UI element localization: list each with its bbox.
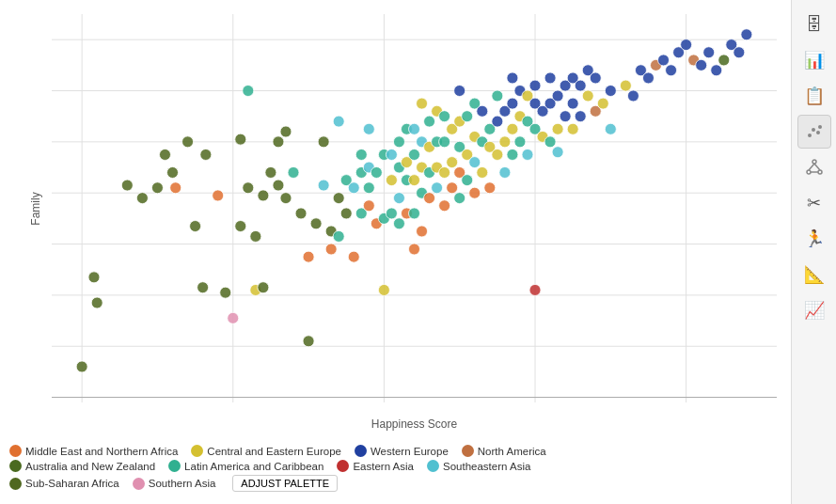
svg-point-68: [340, 208, 352, 219]
svg-point-48: [250, 230, 261, 242]
scissors-button[interactable]: ✂: [797, 186, 831, 220]
svg-point-163: [552, 147, 563, 158]
svg-point-104: [417, 98, 428, 109]
svg-point-180: [620, 80, 631, 91]
svg-point-185: [658, 55, 670, 66]
legend-item: Australia and New Zealand: [9, 460, 155, 472]
svg-point-177: [597, 98, 608, 109]
legend-item: Southeastern Asia: [427, 460, 530, 472]
svg-point-113: [439, 200, 450, 212]
svg-point-76: [363, 182, 374, 194]
svg-point-32: [151, 182, 163, 194]
svg-point-124: [454, 86, 465, 97]
svg-point-160: [544, 136, 556, 148]
svg-point-42: [228, 312, 239, 323]
svg-point-186: [666, 65, 677, 76]
legend-label: Australia and New Zealand: [25, 461, 155, 472]
svg-point-191: [703, 47, 715, 58]
legend-label: Eastern Asia: [353, 461, 414, 472]
legend-dot: [9, 478, 22, 490]
network-icon: [805, 158, 824, 177]
svg-point-39: [200, 149, 212, 160]
svg-point-46: [243, 86, 254, 97]
svg-line-204: [809, 164, 814, 170]
svg-point-127: [462, 111, 473, 122]
legend-dot: [133, 478, 145, 490]
svg-point-132: [477, 166, 488, 178]
legend-area: Middle East and Northern AfricaCentral a…: [9, 440, 781, 495]
svg-point-129: [469, 157, 481, 168]
legend-dot: [355, 445, 367, 457]
svg-point-58: [303, 336, 314, 347]
svg-point-57: [295, 208, 307, 219]
measure-button[interactable]: 📐: [797, 258, 831, 291]
svg-point-109: [432, 182, 443, 194]
svg-point-147: [507, 72, 518, 84]
database-button[interactable]: 🗄: [797, 8, 831, 41]
svg-point-178: [605, 123, 616, 134]
svg-point-154: [529, 284, 541, 295]
svg-point-38: [197, 282, 209, 293]
svg-point-125: [462, 175, 473, 186]
svg-point-115: [439, 136, 450, 148]
svg-point-202: [807, 170, 811, 174]
svg-point-108: [424, 116, 435, 127]
table-button[interactable]: 📋: [797, 79, 831, 113]
svg-point-200: [818, 125, 822, 129]
svg-point-144: [507, 149, 518, 160]
svg-point-134: [477, 105, 488, 117]
legend-item: North America: [462, 445, 546, 457]
scatter-button[interactable]: [797, 115, 831, 149]
svg-point-140: [492, 90, 503, 102]
svg-point-146: [507, 98, 518, 109]
svg-point-90: [393, 136, 404, 148]
svg-point-199: [816, 131, 820, 134]
y-axis-label: Family: [29, 192, 42, 225]
network-button[interactable]: [797, 150, 831, 184]
legend-row-2: Sub-Saharan AfricaSouthern AsiaADJUST PA…: [9, 475, 781, 492]
svg-point-81: [378, 284, 389, 295]
svg-point-176: [590, 72, 601, 84]
line-chart-button[interactable]: 📈: [797, 293, 831, 327]
svg-point-192: [711, 65, 722, 76]
svg-point-201: [812, 160, 816, 164]
svg-point-78: [363, 123, 374, 134]
svg-point-37: [190, 221, 201, 232]
svg-point-28: [88, 272, 100, 283]
svg-point-183: [642, 72, 654, 84]
svg-point-128: [469, 187, 481, 198]
adjust-palette-button[interactable]: ADJUST PALETTE: [232, 475, 338, 492]
sidebar: 🗄 📊 📋 ✂ 🏃 📐 📈: [791, 0, 836, 504]
svg-point-105: [424, 193, 435, 204]
svg-point-88: [393, 193, 404, 204]
legend-item: Western Europe: [355, 445, 449, 457]
svg-point-33: [159, 149, 170, 160]
svg-point-65: [333, 230, 344, 242]
svg-point-40: [213, 190, 224, 201]
svg-point-181: [627, 90, 639, 102]
svg-point-120: [454, 193, 465, 204]
svg-point-71: [348, 182, 359, 194]
svg-point-45: [243, 182, 254, 194]
legend-label: Middle East and Northern Africa: [25, 446, 178, 457]
svg-point-114: [439, 166, 450, 178]
bar-chart-button[interactable]: 📊: [797, 43, 831, 77]
svg-point-27: [76, 361, 87, 372]
svg-point-195: [733, 47, 745, 58]
svg-point-197: [808, 134, 812, 137]
svg-point-54: [280, 193, 292, 204]
legend-row-0: Middle East and Northern AfricaCentral a…: [9, 445, 781, 457]
svg-point-44: [235, 134, 246, 145]
svg-point-99: [409, 123, 420, 134]
svg-point-173: [582, 90, 593, 102]
legend-item: Eastern Asia: [337, 460, 414, 472]
run-button[interactable]: 🏃: [797, 222, 831, 256]
svg-point-142: [499, 136, 511, 148]
svg-point-60: [310, 218, 322, 229]
svg-point-51: [265, 166, 276, 178]
svg-point-61: [318, 180, 329, 191]
svg-point-165: [552, 90, 563, 102]
svg-point-100: [417, 226, 428, 237]
svg-point-36: [182, 136, 194, 148]
svg-point-84: [386, 208, 397, 219]
